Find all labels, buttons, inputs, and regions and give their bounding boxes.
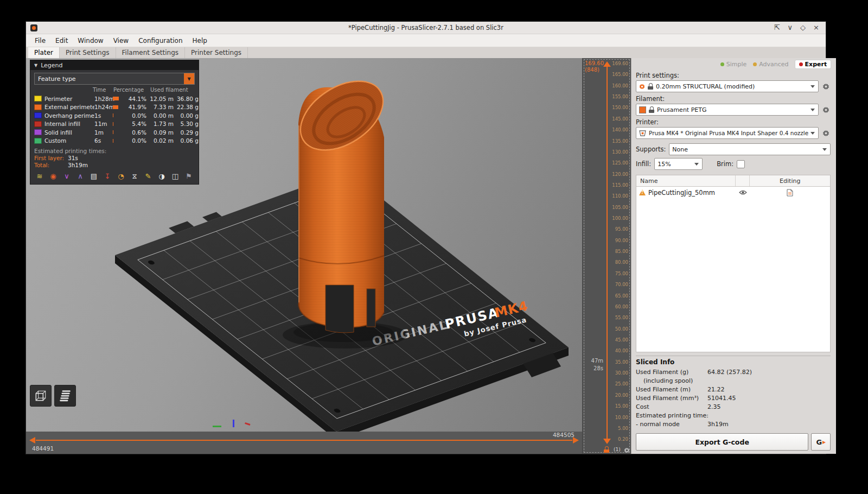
wireframe-icon[interactable]: ◫ [171,173,180,180]
object-name: PipeCuttingJig_50mm [648,189,715,197]
supports-value: None [672,146,688,153]
menu-item[interactable]: Window [73,36,107,46]
slider-track[interactable] [36,440,572,441]
travels-icon[interactable]: ≋ [35,173,44,180]
legend-row[interactable]: Custom 6s 0.0% 0.02 m 0.06 g [34,137,195,145]
pin-window-icon[interactable]: ⇱ [774,22,780,33]
lock-icon [649,106,654,113]
menu-bar: FileEditWindowViewConfigurationHelp [26,34,826,47]
col-used-filament: Used filament [150,87,188,93]
filament-dropdown[interactable]: Prusament PETG [636,104,819,116]
legend-flag-icon[interactable]: ⚑ [184,173,193,180]
object-list-empty-area[interactable] [636,198,830,352]
object-row[interactable]: PipeCuttingJig_50mm [636,187,830,198]
feature-color-swatch [34,129,42,135]
legend-toolbar: ≋◉∨∧▤↧◔⧖✎◑◫⚑ [35,173,195,180]
maximize-icon[interactable]: ◇ [800,22,806,33]
legend-row[interactable]: Internal infill 11m 5.4% 1.73 m 5.30 g [34,120,195,129]
edit-print-settings-button[interactable] [821,81,831,91]
ruler-tick-label: 30.00 [615,371,628,376]
layer-slider-track[interactable] [607,67,608,439]
tab-printer-settings[interactable]: Printer Settings [185,47,248,59]
close-icon[interactable]: × [813,22,819,33]
retractions-icon[interactable]: ∨ [62,173,71,180]
feature-type-dropdown[interactable]: Feature type ▼ [34,73,195,85]
layer-slider[interactable]: 169.60 (848) 169.60165.00160.00155.00150… [582,58,631,454]
export-gcode-button[interactable]: Export G-code [636,433,808,451]
mode-advanced[interactable]: Advanced [753,61,788,68]
legend-title: Legend [41,62,62,69]
horizontal-move-slider[interactable]: 484505 484491 [26,432,582,454]
printer-dropdown[interactable]: Prusa MK4 * Original Prusa MK4 Input Sha… [636,127,819,139]
feature-meters: 0.02 m [146,137,174,144]
object-list: Name Editing PipeCuttingJig_50mm [636,175,831,352]
tab-filament-settings[interactable]: Filament Settings [116,47,185,59]
print-settings-dropdown[interactable]: 0.20mm STRUCTURAL (modified) [636,80,819,92]
shells-icon[interactable]: ◑ [157,173,166,180]
menu-item[interactable]: Help [188,36,212,46]
cube-3d-icon [34,389,48,403]
slider-left-arrow-icon[interactable] [29,437,35,444]
scene-canvas[interactable]: ORIGINAL PRUSA MK4 by Josef Prusa [26,58,582,432]
infill-dropdown[interactable]: 15% [654,158,703,170]
feature-color-swatch [34,112,42,118]
sliced-model[interactable] [288,67,395,333]
brim-checkbox[interactable] [737,160,745,168]
infill-label: Infill: [636,160,651,168]
wipe-icon[interactable]: ◉ [49,173,58,180]
ruler-tick-label: 5.00 [618,426,628,431]
sliced-info-row: Used Filament (mm³) 51041.45 [636,394,831,403]
lock-icon[interactable] [604,446,609,453]
legend-row[interactable]: External perimeter 1h24m 41.9% 7.33 m 22… [34,103,195,112]
minimize-icon[interactable]: ∨ [788,22,793,33]
feature-percentage: 0.0% [126,112,146,119]
legend-row[interactable]: Overhang perimeter 1s 0.0% 0.00 m 0.00 g [34,111,195,120]
legend-column-headers: Time Percentage Used filament [34,87,195,94]
mode-selector: Simple Advanced Expert [636,60,831,69]
feature-time: 1s [94,112,113,119]
eye-icon[interactable] [739,189,747,195]
ruler-tick-label: 135.00 [612,139,628,144]
seams-icon[interactable]: ▤ [90,173,98,180]
tab-plater[interactable]: Plater [28,47,60,59]
slider-settings-gear-icon[interactable] [624,447,630,453]
menu-item[interactable]: File [30,36,50,46]
legend-row[interactable]: Perimeter 1h28m 44.1% 12.05 m 36.80 g [34,94,195,103]
layer-ruler: 169.60165.00160.00155.00150.00145.00140.… [612,61,628,442]
pause-prints-icon[interactable]: ⧖ [130,173,139,180]
menu-item[interactable]: View [109,36,133,46]
bed-origin-axes [213,420,251,427]
edit-printer-button[interactable] [821,128,831,138]
view-3d-button[interactable] [30,385,52,407]
custom-gcodes-icon[interactable]: ✎ [144,173,152,180]
tab-print-settings[interactable]: Print Settings [60,47,116,59]
supports-label: Supports: [636,145,666,153]
plater-3d-viewport[interactable]: ORIGINAL PRUSA MK4 by Josef Prusa [26,58,582,454]
ruler-tick-label: 90.00 [615,238,628,243]
filament-color-swatch [639,106,646,113]
slider-max-value: 484505 [553,432,575,438]
legend-header[interactable]: ▼ Legend [30,60,199,70]
supports-dropdown[interactable]: None [669,143,831,155]
edit-object-icon[interactable] [787,189,793,197]
export-gcode-icon-button[interactable]: G▸ [811,433,831,451]
layer-slider-top-handle[interactable] [603,61,611,67]
mode-expert[interactable]: Expert [795,60,831,68]
layer-slider-bottom-handle[interactable] [603,439,611,444]
color-changes-icon[interactable]: ◔ [117,173,125,180]
view-layers-button[interactable] [54,385,76,407]
tool-marker-icon[interactable]: ↧ [103,173,112,180]
deretractions-icon[interactable]: ∧ [76,173,85,180]
legend-row[interactable]: Solid infill 1m 0.6% 0.09 m 0.29 g [34,128,195,137]
menu-item[interactable]: Configuration [134,36,187,46]
menu-item[interactable]: Edit [51,36,72,46]
feature-grams: 0.06 g [174,137,199,144]
mode-simple[interactable]: Simple [720,61,747,68]
ruler-tick-label: 120.00 [612,172,628,177]
advanced-mode-dot-icon [753,62,757,66]
first-layer-value: 31s [68,155,78,161]
dropdown-arrow-icon[interactable]: ▼ [184,73,194,84]
warning-icon [639,189,646,195]
edit-filament-button[interactable] [821,105,831,115]
first-layer-label: First layer: [34,155,68,161]
